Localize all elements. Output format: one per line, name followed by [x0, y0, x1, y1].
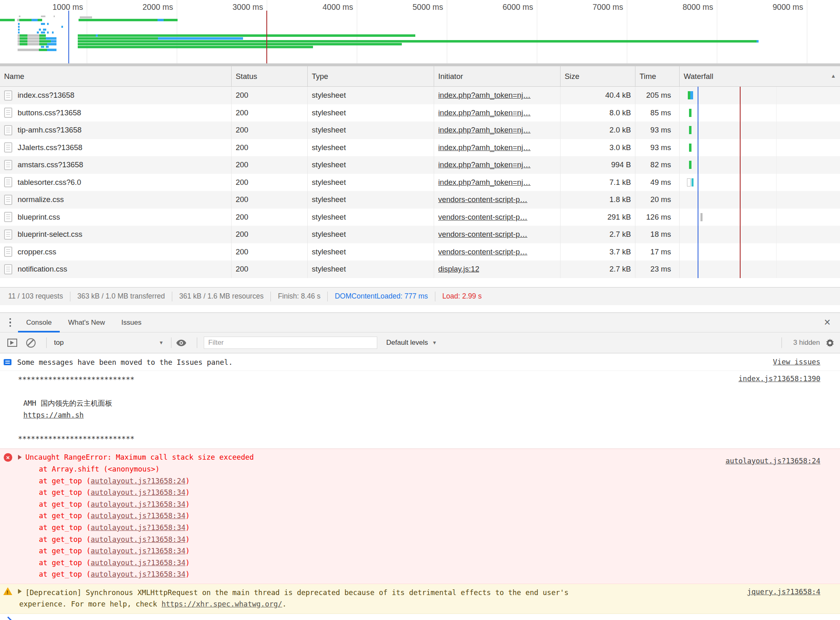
request-name: JJalerts.css?13658	[18, 143, 82, 152]
request-type-cell: stylesheet	[308, 261, 434, 278]
overview-request-bar	[41, 31, 45, 34]
network-request-row[interactable]: amstars.css?13658200stylesheetindex.php?…	[0, 156, 840, 174]
stack-source-link[interactable]: autolayout.js?13658:34	[90, 559, 185, 567]
initiator-link[interactable]: vendors-content-script-p…	[438, 195, 527, 204]
initiator-link[interactable]: vendors-content-script-p…	[438, 213, 527, 222]
column-header-initiator[interactable]: Initiator	[434, 66, 561, 86]
stack-frame: at get_top (autolayout.js?13658:34)	[0, 545, 840, 557]
initiator-link[interactable]: vendors-content-script-p…	[438, 247, 527, 256]
initiator-link[interactable]: vendors-content-script-p…	[438, 230, 527, 239]
request-name: cropper.css	[18, 247, 56, 256]
log-source-link[interactable]: index.js?13658:1390	[739, 375, 820, 383]
network-request-row[interactable]: cropper.css200stylesheetvendors-content-…	[0, 243, 840, 261]
overview-request-bar	[0, 19, 15, 21]
overview-request-bar	[47, 31, 49, 34]
console-settings-gear-icon[interactable]	[826, 339, 834, 347]
tab-issues[interactable]: Issues	[113, 313, 150, 332]
initiator-link[interactable]: index.php?amh_token=nj…	[438, 178, 531, 187]
stack-source-link[interactable]: autolayout.js?13658:34	[90, 547, 185, 555]
console-toolbar: top ▼ Default levels ▼ 3 hidden	[0, 332, 840, 353]
request-waterfall-cell	[680, 87, 840, 104]
tab-what-s-new[interactable]: What's New	[60, 313, 113, 332]
summary-separator	[270, 292, 271, 301]
amh-link[interactable]: https://amh.sh	[23, 411, 84, 419]
initiator-link[interactable]: index.php?amh_token=nj…	[438, 160, 531, 169]
warning-text-line2: experience. For more help, check https:/…	[0, 598, 840, 610]
css-file-icon	[4, 125, 12, 135]
expand-triangle-icon[interactable]	[18, 455, 22, 460]
column-header-label: Size	[565, 72, 579, 81]
filter-input[interactable]	[204, 337, 377, 349]
initiator-link[interactable]: index.php?amh_token=nj…	[438, 126, 531, 135]
overview-request-bar	[20, 34, 27, 37]
waterfall-bar	[691, 178, 694, 186]
request-initiator-cell: index.php?amh_token=nj…	[434, 121, 561, 139]
request-size-cell: 7.1 kB	[561, 174, 635, 191]
column-header-status[interactable]: Status	[232, 66, 308, 86]
network-request-row[interactable]: JJalerts.css?13658200stylesheetindex.php…	[0, 139, 840, 157]
network-request-row[interactable]: buttons.css?13658200stylesheetindex.php?…	[0, 104, 840, 122]
stack-frame: at Array.shift (<anonymous>)	[0, 463, 840, 475]
overview-request-bar	[27, 34, 39, 37]
stack-source-link[interactable]: autolayout.js?13658:34	[90, 512, 185, 520]
column-header-time[interactable]: Time	[635, 66, 680, 86]
request-name-cell: normalize.css	[0, 191, 232, 209]
network-request-row[interactable]: blueprint.css200stylesheetvendors-conten…	[0, 209, 840, 226]
overview-request-bar	[32, 19, 38, 21]
stack-source-link[interactable]: autolayout.js?13658:34	[90, 535, 185, 544]
network-overview[interactable]: 1000 ms2000 ms3000 ms4000 ms5000 ms6000 …	[0, 0, 840, 63]
network-request-row[interactable]: blueprint-select.css200stylesheetvendors…	[0, 226, 840, 243]
initiator-link[interactable]: index.php?amh_token=nj…	[438, 108, 531, 117]
request-status-cell: 200	[232, 243, 308, 261]
initiator-link[interactable]: index.php?amh_token=nj…	[438, 143, 531, 152]
request-initiator-cell: index.php?amh_token=nj…	[434, 139, 561, 157]
network-request-row[interactable]: index.css?13658200stylesheetindex.php?am…	[0, 87, 840, 104]
network-request-row[interactable]: tip-amh.css?13658200stylesheetindex.php?…	[0, 121, 840, 139]
waterfall-bar	[690, 91, 693, 99]
initiator-link[interactable]: index.php?amh_token=nj…	[438, 91, 531, 100]
network-request-row[interactable]: normalize.css200stylesheetvendors-conten…	[0, 191, 840, 209]
column-header-size[interactable]: Size	[561, 66, 635, 86]
show-console-sidebar-icon[interactable]	[7, 339, 17, 347]
request-type-cell: stylesheet	[308, 174, 434, 191]
stack-frame: at get_top (autolayout.js?13658:34)	[0, 487, 840, 499]
column-header-type[interactable]: Type	[308, 66, 434, 86]
overview-request-bar	[39, 34, 46, 37]
close-icon[interactable]: ×	[820, 315, 834, 329]
column-header-label: Time	[640, 72, 656, 81]
request-name-cell: notification.css	[0, 261, 232, 278]
stack-source-link[interactable]: autolayout.js?13658:34	[90, 570, 185, 578]
log-levels-select[interactable]: Default levels ▼	[386, 339, 437, 347]
request-time-cell: 20 ms	[635, 191, 680, 209]
error-source-link[interactable]: autolayout.js?13658:24	[725, 455, 820, 467]
context-value: top	[54, 339, 64, 347]
view-issues-link[interactable]: View issues	[773, 358, 820, 366]
tab-console[interactable]: Console	[18, 313, 60, 332]
stack-source-link[interactable]: autolayout.js?13658:34	[90, 500, 185, 508]
more-options-icon[interactable]	[2, 313, 18, 332]
initiator-link[interactable]: display.js:12	[438, 265, 479, 274]
request-initiator-cell: index.php?amh_token=nj…	[434, 174, 561, 191]
overview-request-bar	[78, 37, 158, 40]
spec-link[interactable]: https://xhr.spec.whatwg.org/	[162, 600, 282, 608]
request-time-cell: 18 ms	[635, 226, 680, 243]
column-header-waterfall[interactable]: Waterfall▲	[680, 66, 840, 86]
hidden-messages-count: 3 hidden	[793, 339, 820, 347]
live-expression-eye-icon[interactable]	[176, 339, 186, 346]
log-line	[0, 386, 840, 398]
javascript-context-select[interactable]: top ▼	[52, 339, 166, 347]
warning-source-link[interactable]: jquery.js?13658:4	[747, 588, 820, 596]
request-type-cell: stylesheet	[308, 226, 434, 243]
network-request-row[interactable]: notification.css200stylesheetdisplay.js:…	[0, 261, 840, 278]
warning-text-line1: [Deprecation] Synchronous XMLHttpRequest…	[0, 587, 840, 599]
stack-source-link[interactable]: autolayout.js?13658:34	[90, 488, 185, 496]
column-header-name[interactable]: Name	[0, 66, 232, 86]
stack-source-link[interactable]: autolayout.js?13658:24	[90, 477, 185, 485]
console-prompt[interactable]	[0, 614, 840, 620]
expand-triangle-icon[interactable]	[18, 589, 22, 594]
stack-source-link[interactable]: autolayout.js?13658:34	[90, 523, 185, 532]
network-request-row[interactable]: tablesorter.css?6.0200stylesheetindex.ph…	[0, 174, 840, 191]
css-file-icon	[4, 247, 12, 257]
summary-item-1: 363 kB / 1.0 MB transferred	[77, 292, 165, 301]
clear-console-icon[interactable]	[26, 338, 36, 348]
